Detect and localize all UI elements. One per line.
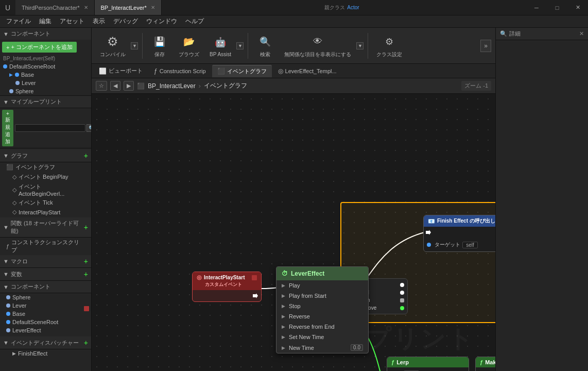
comp-base[interactable]: Base [0, 310, 91, 318]
lever-effect-icon-menu: ⏱ [282, 270, 288, 277]
minimize-button[interactable]: ─ [526, 0, 547, 15]
save-button[interactable]: 💾 保存 [147, 31, 172, 60]
search-button-toolbar[interactable]: 🔍 検索 [252, 31, 278, 60]
forward-button[interactable]: ▶ [124, 81, 134, 91]
details-close-icon[interactable]: ✕ [579, 30, 584, 37]
close-button[interactable]: ✕ [567, 0, 588, 15]
functions-add-icon[interactable]: + [84, 223, 88, 231]
my-blueprint-search[interactable] [15, 124, 85, 132]
hide-split[interactable]: ▼ [356, 42, 364, 49]
components-list-header[interactable]: ▼ コンポーネント [0, 281, 91, 293]
update-pin[interactable] [400, 283, 404, 287]
begin-play-item[interactable]: ◇ イベント BeginPlay [0, 172, 91, 182]
variables-add-icon[interactable]: + [84, 270, 88, 278]
save-label: 保存 [154, 51, 165, 58]
compile-split-btn[interactable]: ▼ [131, 42, 138, 49]
tree-item-lever[interactable]: Lever [0, 79, 91, 87]
bp-assist-split[interactable]: ▼ [236, 42, 244, 49]
comp-scene-root[interactable]: DefaultSceneRoot [0, 318, 91, 326]
parent-class-value[interactable]: Actor [347, 5, 359, 10]
node-make-rotator[interactable]: ƒ Make Rotator X (Roll) 0.0 Y (Pitch) 0.… [475, 357, 495, 371]
menu-item-set-new-time[interactable]: ▶ Set New Time [276, 332, 368, 342]
menu-item-play-from-start[interactable]: ▶ Play from Start [276, 291, 368, 301]
finish-effect-item[interactable]: ▶ FinishEffect [0, 349, 91, 358]
direction-pin[interactable] [400, 298, 404, 302]
functions-header[interactable]: ▼ 関数 (18 オーバーライド可能) + [0, 217, 91, 238]
browse-button[interactable]: 📂 ブラウズ [175, 31, 203, 60]
menu-item-reverse[interactable]: ▶ Reverse [276, 311, 368, 322]
menu-debug[interactable]: デバッグ [109, 15, 142, 27]
event-dispatchers-add-icon[interactable]: + [84, 339, 88, 347]
actor-begin-item[interactable]: ◇ イベント ActorBeginOverl... [0, 182, 91, 198]
tab-event-graph[interactable]: ⬛ イベントグラフ [212, 65, 272, 77]
event-dispatchers-header[interactable]: ▼ イベントディスパッチャー + [0, 336, 91, 349]
bp-assist-button[interactable]: 🤖 BP Assist [205, 32, 235, 59]
new-add-button[interactable]: + 新規追加 [2, 110, 13, 146]
menu-view[interactable]: 表示 [89, 15, 109, 27]
menu-help[interactable]: ヘルプ [181, 15, 208, 27]
toolbar-divider-2 [248, 33, 248, 59]
my-blueprint-header[interactable]: ▼ マイブループリント [0, 96, 91, 108]
construction-script-item[interactable]: ƒ コンストラクションスクリプ [0, 238, 91, 255]
macros-add-icon[interactable]: + [84, 257, 88, 265]
tab-lever-effect[interactable]: ◎ LeverEffect_Templ... [273, 65, 342, 77]
graph-add-icon[interactable]: + [84, 151, 88, 160]
menu-edit[interactable]: 編集 [35, 15, 56, 27]
finish-effect-target-pin[interactable] [427, 243, 431, 247]
hide-unrelated-label: 無関係な項目を非表示にする [284, 51, 351, 58]
right-panel: ⚙ コンパイル ▼ 💾 保存 📂 ブラウズ 🤖 [92, 28, 495, 371]
node-finish-effect[interactable]: 📧 Finish Effect の呼び出し ターゲット self [423, 215, 495, 252]
menu-file[interactable]: ファイル [2, 15, 35, 27]
search-button[interactable]: 🔍 [87, 124, 92, 132]
tab-viewport[interactable]: ⬜ ビューポート [94, 65, 148, 77]
comp-lever-effect-dot [6, 328, 10, 332]
compile-button[interactable]: ⚙ コンパイル [96, 31, 130, 60]
functions-label: 関数 (18 オーバーライド可能) [11, 220, 82, 235]
title-tab-2[interactable]: BP_InteractLever* ✕ [95, 0, 162, 15]
toolbar-expand-button[interactable]: » [480, 40, 491, 52]
search-label: 検索 [260, 51, 270, 58]
context-menu-lever-effect[interactable]: ⏱ LeverEffect ▶ Play ▶ Play from Start ▶… [276, 266, 369, 353]
macros-header[interactable]: ▼ マクロ + [0, 255, 91, 268]
finished-pin[interactable] [400, 291, 404, 295]
title-tab-1[interactable]: ThirdPersonCharacter* ✕ [15, 0, 95, 15]
back-button[interactable]: ◀ [110, 81, 120, 91]
menu-item-stop[interactable]: ▶ Stop [276, 301, 368, 311]
context-menu-header: ⏱ LeverEffect [276, 267, 368, 280]
class-settings-button[interactable]: ⚙ クラス設定 [372, 31, 406, 60]
event-graph-item[interactable]: ⬛ イベントグラフ [0, 162, 91, 172]
variables-header[interactable]: ▼ 変数 + [0, 268, 91, 281]
node-lerp[interactable]: ƒ Lerp A -70.0 Return Value B 70.0 [387, 357, 469, 371]
menu-item-play[interactable]: ▶ Play [276, 280, 368, 291]
tab-construction[interactable]: ƒ Construction Scrip [149, 65, 211, 77]
base-label: Base [21, 72, 34, 78]
self-item[interactable]: BP_InteractLever(Self) [0, 55, 91, 62]
menu-window[interactable]: ウィンドウ [142, 15, 181, 27]
menu-asset[interactable]: アセット [56, 15, 89, 27]
play-arrow-icon: ▶ [282, 283, 285, 288]
tree-item-base[interactable]: ▶ Base [0, 71, 91, 79]
components-header[interactable]: ▼ コンポーネント [0, 28, 91, 40]
node-interact-play-start[interactable]: ◎ InteractPlayStart カスタムイベント [192, 272, 262, 302]
tick-item[interactable]: ◇ イベント Tick [0, 198, 91, 208]
my-blueprint-label: マイブループリント [11, 98, 62, 106]
toolbar: ⚙ コンパイル ▼ 💾 保存 📂 ブラウズ 🤖 [92, 28, 495, 64]
comp-lever[interactable]: Lever [0, 301, 91, 310]
tab1-close[interactable]: ✕ [84, 5, 88, 10]
bookmark-button[interactable]: ☆ [96, 81, 107, 91]
comp-lever-effect[interactable]: LeverEffect [0, 326, 91, 334]
graph-header[interactable]: ▼ グラフ + [0, 149, 91, 162]
add-component-button[interactable]: + + コンポーネントを追加 [2, 42, 77, 53]
menu-item-reverse-from-end[interactable]: ▶ Reverse from End [276, 322, 368, 332]
blueprint-canvas[interactable]: ◎ InteractPlayStart カスタムイベント ⏱ LeverEffe… [92, 94, 495, 371]
menu-item-new-time[interactable]: ▶ New Time 0.0 [276, 342, 368, 353]
tree-item-sphere[interactable]: Sphere [0, 87, 91, 95]
interact-play-item[interactable]: ◇ InteractPlayStart [0, 208, 91, 216]
construction-tab-label: Construction Scrip [160, 68, 206, 74]
comp-sphere[interactable]: Sphere [0, 293, 91, 301]
tab2-close[interactable]: ✕ [151, 5, 155, 10]
tree-item-scene-root[interactable]: DefaultSceneRoot [0, 62, 91, 71]
lever-move-pin[interactable] [400, 306, 404, 310]
maximize-button[interactable]: □ [547, 0, 567, 15]
hide-unrelated-button[interactable]: 👁 無関係な項目を非表示にする [280, 31, 355, 60]
